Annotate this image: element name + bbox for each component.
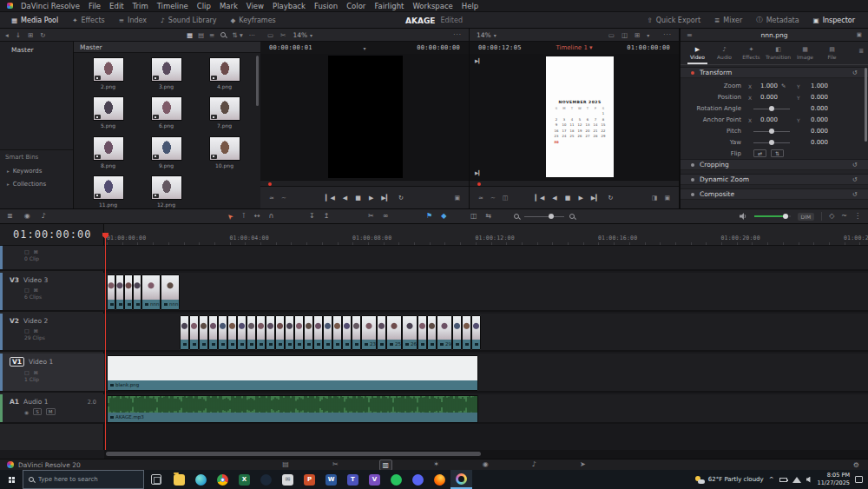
timeline-clip[interactable] [199, 315, 208, 350]
timeline-clip[interactable] [304, 315, 313, 350]
slider-handle[interactable] [769, 140, 774, 145]
timeline-clip[interactable] [115, 274, 124, 310]
timeline-clip[interactable] [237, 315, 247, 350]
speaker-icon[interactable] [740, 213, 747, 220]
taskbar-app-steam[interactable] [255, 470, 277, 489]
source-jog-playhead[interactable] [268, 182, 272, 186]
track-enable-icon[interactable]: □ [24, 248, 30, 254]
goto-first-frame-button[interactable]: ▎◀ [326, 195, 335, 202]
collapse-bin-list-icon[interactable]: ◂ [5, 31, 9, 39]
flip-vertical-button[interactable]: ⇅ [771, 149, 784, 157]
play-button[interactable]: ▶ [578, 195, 582, 202]
track-header-v3[interactable]: V3Video 3□⊠6 Clips [0, 273, 104, 312]
dynamic-zoom-section-header[interactable]: Dynamic Zoom↺ [681, 174, 868, 185]
timeline-clip[interactable]: nnn ... [161, 274, 180, 310]
page-button-deliver[interactable]: ➤ [577, 459, 589, 471]
snapping-icon[interactable]: ∩ [269, 213, 274, 220]
zoom-y-value[interactable]: 1.000 [804, 83, 828, 89]
menu-item-color[interactable]: Color [342, 2, 370, 10]
keyframes-button[interactable]: ◆Keyframes [225, 12, 282, 29]
dynamic-trim-mode-icon[interactable]: ↔ [254, 213, 260, 220]
track-header-v1[interactable]: V1Video 1□⊠1 Clip [0, 354, 104, 393]
menu-item-fairlight[interactable]: Fairlight [370, 2, 408, 10]
pitch-value[interactable]: 0.000 [804, 128, 828, 135]
menu-item-playback[interactable]: Playback [268, 2, 310, 10]
taskbar-app-whatsapp[interactable] [385, 470, 407, 489]
timeline-video-area[interactable]: ▶▎ ▶▎ NOVEMBER 2025 SMTWTFS 123456789101… [470, 54, 679, 180]
link-icon[interactable]: ✎ [781, 83, 786, 89]
taskbar-app-edge[interactable] [190, 470, 212, 489]
yaw-value[interactable]: 0.000 [804, 139, 828, 146]
page-button-edit[interactable]: ▥ [379, 459, 393, 471]
split-viewer-icon[interactable]: ◫ [621, 31, 628, 39]
page-button-color[interactable]: ◉ [480, 459, 491, 471]
goto-last-frame-button[interactable]: ▶▎ [381, 195, 391, 202]
menu-item-timeline[interactable]: Timeline [153, 2, 193, 10]
single-viewer-icon[interactable]: ▭ [608, 31, 615, 39]
position-x-value[interactable]: 0.000 [753, 94, 778, 101]
inspector-button[interactable]: ▣Inspector [807, 12, 861, 29]
task-view-button[interactable] [151, 474, 161, 485]
start-button[interactable] [0, 470, 23, 489]
selection-mode-icon[interactable]: ➤ [226, 212, 234, 221]
list-view-icon[interactable]: ≡ [209, 31, 214, 39]
slider-handle[interactable] [769, 106, 774, 111]
stop-button[interactable]: ■ [565, 195, 571, 202]
bin-item-collections[interactable]: ▸Collections [7, 181, 46, 188]
transform-section-header[interactable]: Transform ↺ [681, 67, 868, 78]
timeline-clip[interactable] [323, 315, 332, 350]
taskbar-app-visual-studio[interactable]: V [364, 470, 385, 489]
retime-curve-icon[interactable]: ~ [841, 213, 847, 220]
taskbar-app-mail[interactable]: ✉ [277, 470, 299, 489]
jump-to-in-icon[interactable]: ▶▎ [475, 58, 482, 63]
timeline-zoom-slider[interactable] [524, 216, 564, 217]
taskbar-app-excel[interactable]: X [233, 470, 255, 489]
timeline-clip[interactable] [218, 315, 227, 350]
timeline-clip[interactable] [427, 315, 437, 350]
taskbar-clock[interactable]: 8:05 PM 11/27/2025 [818, 472, 850, 487]
goto-last-frame-button[interactable]: ▶▎ [591, 195, 601, 202]
loop-playback-button[interactable]: ↻ [608, 195, 614, 202]
playhead[interactable] [102, 233, 109, 450]
reset-icon[interactable]: ↺ [852, 69, 858, 76]
timeline-jog-playhead[interactable] [477, 182, 481, 186]
timeline-options-menu-icon[interactable]: ⋮ [854, 213, 861, 220]
timeline-clip[interactable] [452, 315, 462, 350]
swap-clips-icon[interactable]: ⇆ [486, 213, 492, 220]
timeline-clip[interactable]: 23.p... [361, 315, 377, 350]
taskbar-app-teams[interactable]: T [342, 470, 364, 489]
zoom-x-value[interactable]: 1.000 [753, 83, 778, 89]
track-lock-icon[interactable]: ⊠ [34, 327, 38, 334]
monitor-volume-slider[interactable] [754, 215, 791, 217]
timeline-clip[interactable]: 29... [437, 315, 452, 350]
reset-icon[interactable]: ↺ [852, 191, 858, 198]
anchor-point-x-value[interactable]: 0.000 [753, 116, 778, 123]
strip-view-icon[interactable]: ▤ [198, 31, 204, 39]
transform-overlay-icon[interactable]: ✂ [280, 31, 286, 39]
taskbar-app-firefox[interactable] [429, 470, 450, 489]
index-button[interactable]: ≡Index [113, 12, 153, 29]
timeline-clip[interactable] [227, 315, 237, 350]
media-clip[interactable]: 4.png [195, 57, 253, 90]
menu-item-workspace[interactable]: Workspace [408, 2, 457, 10]
pitch-slider[interactable] [753, 131, 790, 132]
flag-icon[interactable]: ⚑ [426, 213, 432, 220]
media-clip[interactable]: 8.png [79, 136, 137, 169]
timeline-clip[interactable] [377, 315, 386, 350]
timeline-clip[interactable] [294, 315, 304, 350]
tab-transition[interactable]: ◧Transition [765, 42, 792, 64]
quick-export-button[interactable]: ⇧Quick Export [641, 12, 707, 29]
scrollbar-handle[interactable] [106, 452, 481, 456]
battery-icon[interactable] [779, 478, 787, 482]
metadata-button[interactable]: ⓘMetadata [750, 12, 805, 29]
source-viewer-options-icon[interactable]: ··· [453, 31, 462, 38]
solo-button[interactable]: S [33, 408, 42, 415]
timeline-view-options-icon[interactable]: ≣ [7, 213, 13, 220]
tab-effects[interactable]: ✦Effects [738, 42, 765, 64]
track-lane-a1[interactable]: AKAGE.mp3 [104, 394, 868, 424]
notification-center-icon[interactable] [855, 476, 863, 483]
track-header-v2[interactable]: V2Video 2□⊠29 Clips [0, 314, 104, 352]
menu-item-edit[interactable]: Edit [105, 2, 128, 10]
tab-audio[interactable]: ♪Audio [711, 42, 738, 64]
media-clip[interactable]: 3.png [137, 57, 195, 90]
